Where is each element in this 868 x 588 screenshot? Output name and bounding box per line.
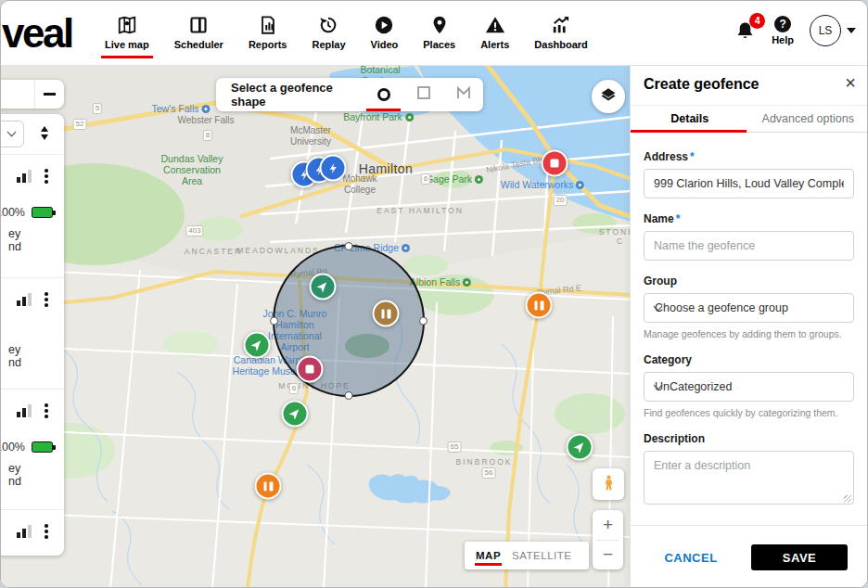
group-help-text: Manage geofences by adding them to group… [644,328,854,339]
vehicle-text-line: nd [8,475,21,488]
nav-item-reports[interactable]: Reports [247,13,289,50]
geofence-resize-handle-east[interactable] [419,317,428,326]
vehicle-list-item[interactable]: 100%eynd [1,389,64,509]
vehicle-paused-marker-in-fence[interactable] [373,300,400,327]
zoom-out-button[interactable]: − [593,541,623,570]
nav-item-scheduler[interactable]: Scheduler [172,13,225,50]
rectangle-shape-button[interactable] [403,78,443,111]
vehicle-stopped-marker-in-fence[interactable] [297,356,324,383]
vehicle-text-line: ey [8,343,20,356]
required-asterisk: * [690,150,695,163]
nav-item-dashboard[interactable]: Dashboard [532,13,589,50]
notifications-button[interactable]: 4 [734,20,756,45]
geofence-circle[interactable] [273,245,425,397]
vehicle-stopped-marker[interactable] [542,150,568,177]
street-view-pegman[interactable] [593,468,624,500]
vehicle-text-line: ey [8,227,20,240]
vehicle-moving-marker-2[interactable] [282,401,309,428]
nav-label: Places [423,39,455,50]
account-menu[interactable]: LS [810,15,856,46]
group-select[interactable]: Choose a geofence group [644,293,854,323]
nav-item-alerts[interactable]: Alerts [479,13,511,50]
signal-strength-icon [17,293,32,306]
name-field[interactable] [644,231,854,261]
vehicle-list-item[interactable]: eynd [1,277,64,389]
geofence-resize-handle-west[interactable] [270,317,278,326]
category-help-text: Find geofences quickly by categorizing t… [644,407,854,418]
geofence-resize-handle-north[interactable] [345,242,353,250]
panel-title: Create geofence [644,76,760,93]
polygon-shape-icon [456,85,471,104]
map-type-satellite-button[interactable]: SATELLITE [512,550,571,561]
panel-header: Create geofence × [631,66,867,106]
nav-label: Reports [249,39,287,50]
avatar: LS [810,15,841,46]
vehicle-list-panel: 100%eyndeynd100%eynd [1,114,64,556]
vehicle-text-line: nd [8,240,21,253]
main-nav: Live map Scheduler Reports Replay Video [103,1,590,62]
route-shield-badge: 56 [482,467,496,479]
cancel-button[interactable]: CANCEL [631,551,751,565]
route-shield-badge: 65 [448,441,462,453]
list-filter-select[interactable] [1,121,24,147]
vehicle-moving-marker-1[interactable] [244,332,271,359]
description-label: Description [644,432,854,445]
polygon-shape-button[interactable] [443,78,483,111]
signal-strength-icon [17,170,32,183]
resize-handle-icon[interactable] [844,495,851,503]
geofence-resize-handle-south[interactable] [345,391,353,400]
bell-icon [734,29,756,45]
vehicle-moving-marker-3[interactable] [567,434,594,461]
group-label: Group [644,275,854,288]
nav-label: Alerts [480,39,509,50]
circle-shape-icon [377,88,390,101]
active-map-type-underline [475,563,502,566]
active-tab-underline [101,56,153,58]
notification-count-badge: 4 [749,13,765,29]
map-type-toggle: MAP SATELLITE [465,542,589,569]
kebab-menu-icon[interactable] [45,403,48,418]
save-button[interactable]: SAVE [751,544,848,570]
vehicle-list-item[interactable]: 100%eynd [1,154,64,277]
zoom-in-button[interactable]: + [593,510,623,540]
top-nav-bar: veal Live map Scheduler Reports Replay [1,1,868,66]
kebab-menu-icon[interactable] [45,524,48,539]
chevron-down-icon [847,28,856,33]
route-shield-badge: 8 [203,130,212,141]
brand-logo: veal [2,10,72,57]
kebab-menu-icon[interactable] [45,169,48,184]
vehicle-list-item[interactable] [1,509,64,556]
close-icon[interactable]: × [845,73,856,92]
kebab-menu-icon[interactable] [45,292,48,307]
circle-shape-button[interactable] [364,78,403,111]
help-button[interactable]: ? Help [772,16,794,45]
nav-label: Scheduler [174,39,223,50]
nav-label: Replay [312,39,345,50]
divider [34,80,35,109]
address-label: Address* [644,150,854,163]
tab-details[interactable]: Details [631,106,749,132]
active-tab-underline [631,130,747,133]
description-field[interactable] [644,451,854,505]
collapse-sidebar-button[interactable] [44,93,56,96]
vehicle-moving-marker-in-fence[interactable] [310,274,337,300]
map-type-map-button[interactable]: MAP [465,542,512,569]
vehicle-paused-marker-1[interactable] [526,292,553,319]
sort-toggle[interactable] [41,126,48,140]
address-field[interactable] [644,169,854,198]
map-layers-button[interactable] [592,80,625,113]
nav-item-places[interactable]: Places [421,13,457,50]
nav-item-replay[interactable]: Replay [310,13,347,50]
route-shield-badge: 403 [185,225,203,236]
vehicle-paused-marker-2[interactable] [255,473,282,500]
ev-charger-marker-3[interactable] [320,155,347,182]
nav-item-video[interactable]: Video [369,13,401,50]
battery-percent: 100% [1,206,25,219]
layers-icon [600,86,617,107]
tab-advanced-options[interactable]: Advanced options [749,106,868,132]
map-canvas[interactable]: HamiltonEAST HAMILTONMEADOWLANDSANCASTER… [1,66,632,588]
nav-item-live-map[interactable]: Live map [103,13,151,50]
group-select-value: Choose a geofence group [655,301,788,314]
route-shield-badge: 52 [73,119,87,130]
category-select[interactable]: UnCategorized [644,372,854,402]
